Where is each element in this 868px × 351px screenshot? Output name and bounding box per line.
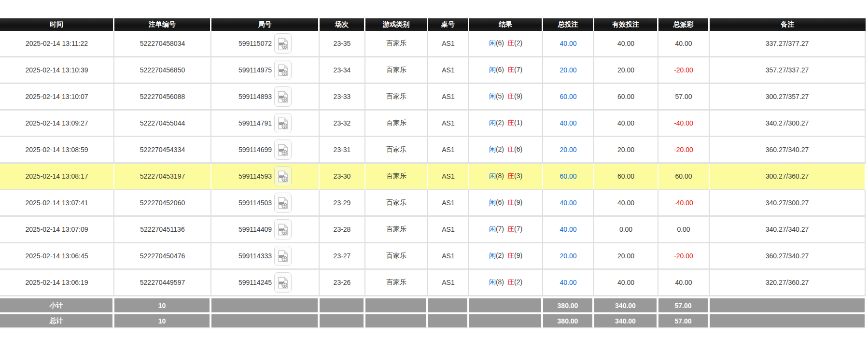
time-text: 2025-02-14 13:06:19 <box>26 279 88 286</box>
total-bet-link[interactable]: 40.00 <box>560 119 576 127</box>
video-replay-icon <box>278 197 288 209</box>
time-text: 2025-02-14 13:07:09 <box>26 225 88 233</box>
summary-empty-cell <box>469 296 543 312</box>
total-bet-link[interactable]: 60.00 <box>560 172 576 180</box>
session-text: 23-35 <box>334 40 351 47</box>
summary-total-bet-cell: 380.00 <box>543 296 594 312</box>
summary-empty-cell <box>365 296 428 312</box>
total-bet-link[interactable]: 40.00 <box>560 279 576 286</box>
payout-text: 57.00 <box>675 93 692 100</box>
remark-text: 320.27/360.27 <box>766 279 809 286</box>
round-id-text: 599114409 <box>238 225 272 233</box>
cell-session: 23-34 <box>320 57 365 84</box>
cell-bet-id: 522270451136 <box>114 217 211 243</box>
result-player-label: 闲 <box>489 119 496 126</box>
total-bet-link[interactable]: 20.00 <box>560 146 576 154</box>
total-bet-link[interactable]: 20.00 <box>560 66 576 74</box>
video-replay-button[interactable] <box>274 219 292 239</box>
video-replay-button[interactable] <box>274 33 292 54</box>
remark-text: 340.27/300.27 <box>766 119 809 127</box>
summary-payout-cell: 57.00 <box>658 312 710 328</box>
video-replay-button[interactable] <box>274 193 292 213</box>
result-banker-points: (6) <box>514 145 522 153</box>
session-text: 23-30 <box>334 172 351 180</box>
table-row: 2025-02-14 13:08:59 522270454334 5991146… <box>0 137 866 164</box>
cell-payout: -40.00 <box>658 190 710 217</box>
result-player-points: (2) <box>496 119 504 126</box>
cell-game-type: 百家乐 <box>365 270 428 296</box>
remark-text: 357.27/337.27 <box>766 66 809 74</box>
round-id-text: 599115072 <box>238 40 272 47</box>
round-id-text: 599114975 <box>238 66 272 74</box>
table-no-text: AS1 <box>442 93 454 100</box>
cell-total-bet: 20.00 <box>543 137 594 164</box>
cell-bet-id: 522270449597 <box>114 270 211 296</box>
total-bet-link[interactable]: 40.00 <box>560 199 576 207</box>
result-banker-points: (7) <box>514 225 522 233</box>
result-banker-label: 庄 <box>507 252 514 259</box>
cell-remark: 300.27/357.27 <box>710 84 866 111</box>
cell-table-no: AS1 <box>428 84 469 111</box>
cell-payout: 40.00 <box>658 31 710 57</box>
col-header-total_bet: 总投注 <box>543 18 594 31</box>
cell-session: 23-32 <box>320 111 365 137</box>
cell-time: 2025-02-14 13:07:09 <box>0 217 114 243</box>
cell-payout: -20.00 <box>658 137 710 164</box>
summary-count: 10 <box>158 317 166 325</box>
table-row: 2025-02-14 13:09:27 522270455044 5991147… <box>0 111 866 137</box>
payout-text: 60.00 <box>675 172 692 180</box>
time-text: 2025-02-14 13:10:07 <box>26 93 88 100</box>
video-replay-icon <box>278 277 288 289</box>
total-bet-link[interactable]: 40.00 <box>560 40 576 47</box>
summary-total-bet: 380.00 <box>558 317 578 325</box>
cell-result: 闲(8)庄(2) <box>469 270 543 296</box>
cell-bet-id: 522270453197 <box>114 164 211 190</box>
cell-game-type: 百家乐 <box>365 217 428 243</box>
bet-id-text: 522270454334 <box>140 146 185 154</box>
result-banker-points: (1) <box>514 119 522 126</box>
cell-time: 2025-02-14 13:11:22 <box>0 31 114 57</box>
remark-text: 337.27/377.27 <box>766 40 809 47</box>
cell-table-no: AS1 <box>428 31 469 57</box>
video-replay-button[interactable] <box>274 140 292 160</box>
result-player-label: 闲 <box>489 145 496 153</box>
round-id-text: 599114791 <box>238 119 272 127</box>
total-bet-link[interactable]: 20.00 <box>560 252 576 260</box>
total-bet-link[interactable]: 60.00 <box>560 93 576 100</box>
video-replay-button[interactable] <box>274 246 292 266</box>
cell-time: 2025-02-14 13:06:19 <box>0 270 114 296</box>
video-replay-button[interactable] <box>274 113 292 133</box>
cell-game-type: 百家乐 <box>365 57 428 84</box>
summary-empty-cell <box>428 296 469 312</box>
summary-count-cell: 10 <box>114 312 211 328</box>
summary-empty-cell <box>211 296 320 312</box>
cell-total-bet: 60.00 <box>543 164 594 190</box>
table-row: 2025-02-14 13:10:07 522270456088 5991148… <box>0 84 866 111</box>
cell-total-bet: 40.00 <box>543 111 594 137</box>
total-bet-link[interactable]: 40.00 <box>560 225 576 233</box>
bet-id-text: 522270450476 <box>140 252 185 260</box>
cell-bet-id: 522270450476 <box>114 243 211 270</box>
cell-round-id: 599114893 <box>211 84 320 111</box>
cell-game-type: 百家乐 <box>365 111 428 137</box>
valid-bet-text: 40.00 <box>617 279 634 286</box>
table-no-text: AS1 <box>442 252 454 260</box>
round-id-text: 599114333 <box>238 252 272 260</box>
round-id-text: 599114893 <box>238 93 272 100</box>
video-replay-button[interactable] <box>274 60 292 80</box>
session-text: 23-31 <box>334 146 351 154</box>
video-replay-button[interactable] <box>274 86 292 107</box>
game-type-text: 百家乐 <box>386 198 406 206</box>
summary-count: 10 <box>158 302 166 309</box>
payout-text: 0.00 <box>677 225 690 233</box>
cell-remark: 337.27/377.27 <box>710 31 866 57</box>
cell-table-no: AS1 <box>428 57 469 84</box>
valid-bet-text: 60.00 <box>617 172 634 180</box>
result-banker-label: 庄 <box>507 145 514 153</box>
video-replay-button[interactable] <box>274 272 292 293</box>
table-no-text: AS1 <box>442 146 454 154</box>
video-replay-button[interactable] <box>274 166 292 186</box>
result-banker-label: 庄 <box>507 172 514 180</box>
cell-payout: 0.00 <box>658 217 710 243</box>
bet-id-text: 522270455044 <box>140 119 185 127</box>
